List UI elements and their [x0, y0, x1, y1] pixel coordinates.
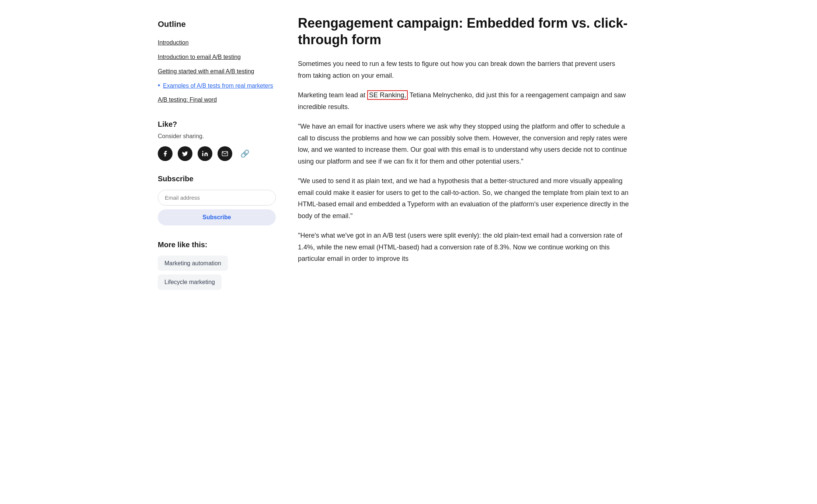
outline-link[interactable]: A/B testing: Final word: [158, 97, 217, 103]
link-copy-icon[interactable]: 🔗: [237, 146, 252, 161]
outline-link[interactable]: Introduction to email A/B testing: [158, 54, 241, 60]
outline-link[interactable]: Getting started with email A/B testing: [158, 68, 254, 74]
more-like-title: More like this:: [158, 239, 276, 251]
tag-item[interactable]: Marketing automation: [158, 256, 228, 271]
article-body: Sometimes you need to run a few tests to…: [298, 58, 630, 265]
outline-section: Outline IntroductionIntroduction to emai…: [158, 18, 276, 105]
more-like-section: More like this: Marketing automationLife…: [158, 239, 276, 290]
email-icon[interactable]: [218, 146, 232, 161]
paragraph-1: Sometimes you need to run a few tests to…: [298, 58, 630, 81]
email-input[interactable]: [158, 190, 276, 206]
paragraph-se-ranking: Marketing team lead at SE Ranking, Tetia…: [298, 90, 630, 113]
like-section: Like? Consider sharing. 🔗: [158, 118, 276, 161]
facebook-icon[interactable]: [158, 146, 173, 161]
outline-link-item: Introduction to email A/B testing: [158, 52, 276, 62]
tag-item[interactable]: Lifecycle marketing: [158, 274, 222, 290]
quote-3: "Here's what we've got in an A/B test (u…: [298, 230, 630, 265]
linkedin-icon[interactable]: [198, 146, 212, 161]
article-title: Reengagement campaign: Embedded form vs.…: [298, 15, 630, 48]
outline-links: IntroductionIntroduction to email A/B te…: [158, 37, 276, 105]
subscribe-title: Subscribe: [158, 173, 276, 185]
subscribe-button[interactable]: Subscribe: [158, 209, 276, 225]
consider-sharing-text: Consider sharing.: [158, 132, 276, 141]
subscribe-section: Subscribe Subscribe: [158, 173, 276, 225]
sidebar: Outline IntroductionIntroduction to emai…: [158, 15, 276, 300]
quote-1: "We have an email for inactive users whe…: [298, 121, 630, 167]
svg-point-1: [202, 151, 204, 152]
outline-link[interactable]: Introduction: [158, 39, 189, 46]
outline-title: Outline: [158, 18, 276, 31]
outline-link[interactable]: Examples of A/B tests from real marketer…: [163, 83, 273, 89]
svg-rect-0: [202, 153, 204, 156]
tag-list: Marketing automationLifecycle marketing: [158, 256, 276, 290]
se-ranking-link[interactable]: SE Ranking,: [367, 90, 408, 100]
outline-link-item: Getting started with email A/B testing: [158, 66, 276, 77]
social-icons-row: 🔗: [158, 146, 276, 161]
outline-link-item: Introduction: [158, 37, 276, 48]
se-ranking-before: Marketing team lead at: [298, 91, 367, 99]
twitter-icon[interactable]: [178, 146, 192, 161]
main-content: Reengagement campaign: Embedded form vs.…: [298, 15, 630, 300]
like-title: Like?: [158, 118, 276, 130]
outline-link-item: A/B testing: Final word: [158, 94, 276, 105]
quote-2: "We used to send it as plain text, and w…: [298, 175, 630, 222]
outline-link-item: Examples of A/B tests from real marketer…: [158, 80, 276, 91]
